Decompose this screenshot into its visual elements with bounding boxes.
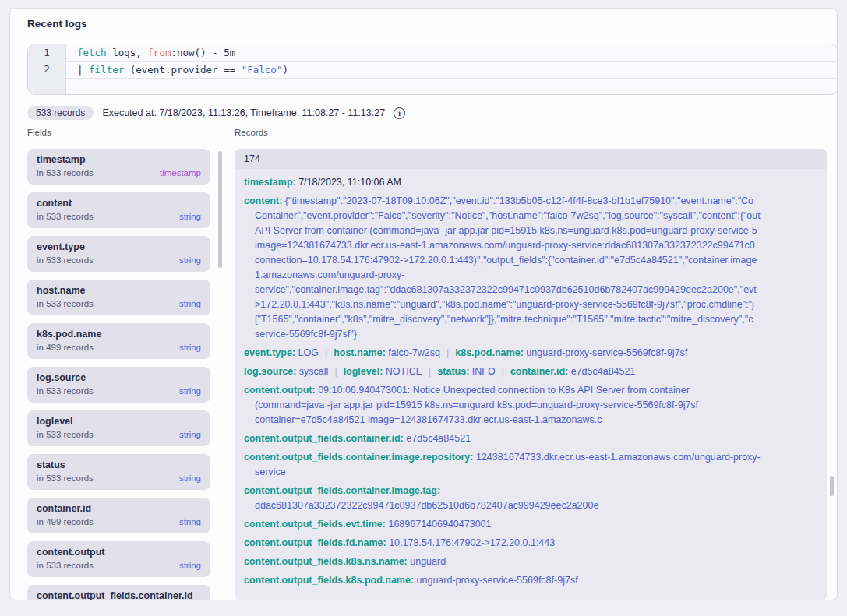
- record-value: syscall: [299, 366, 329, 377]
- record-key: content.output:: [244, 385, 316, 396]
- field-record-count: in 533 records: [37, 430, 94, 439]
- record-value: ["T1565","container","k8s","mitre_discov…: [255, 314, 753, 325]
- record-line: service-5569fc8f-9j7sf"}: [244, 327, 817, 342]
- record-value: {"timestamp":"2023-07-18T09:10:06Z","eve…: [285, 195, 753, 206]
- query-token: from: [147, 47, 171, 58]
- query-line[interactable]: | filter (event.provider == "Falco"): [66, 62, 838, 79]
- field-name: timestamp: [37, 154, 201, 165]
- record-line: content.output: 09:10:06.940473001: Noti…: [244, 383, 817, 398]
- record-key: content.output_fields.k8s.pod.name:: [244, 575, 414, 586]
- record-value: connection=10.178.54.176:47902->172.20.0…: [255, 255, 757, 266]
- field-card-content.output[interactable]: content.outputin 533 recordsstring: [27, 541, 210, 577]
- record-line: ddac681307a332372322c99471c0937db62510d6…: [244, 498, 817, 513]
- record-key: content:: [244, 195, 282, 206]
- field-card-log.source[interactable]: log.sourcein 533 recordsstring: [27, 367, 210, 403]
- record-key: container.id:: [510, 366, 568, 377]
- record-line: >172.20.0.1:443","k8s.ns.name":"unguard"…: [244, 297, 817, 312]
- record-line: service: [244, 465, 817, 480]
- record-value: 09:10:06.940473001: Notice Unexpected co…: [318, 385, 690, 396]
- query-token: |: [77, 64, 89, 76]
- record-value: 1.amazonaws.com/unguard-proxy-: [255, 269, 404, 280]
- record-line: ["T1565","container","k8s","mitre_discov…: [244, 312, 817, 327]
- record-line: content.output_fields.evt.time: 16896714…: [244, 517, 817, 532]
- record-value: ddac681307a332372322c99471c0937db62510d6…: [255, 500, 598, 511]
- field-record-count: in 533 records: [37, 212, 94, 221]
- field-card-status[interactable]: statusin 533 recordsstring: [27, 454, 210, 490]
- records-label: Records: [235, 128, 268, 137]
- field-type-badge: string: [179, 299, 201, 308]
- field-meta: in 499 recordsstring: [37, 343, 201, 352]
- notebook-card: Recent logs 12 fetch logs, from:now() - …: [9, 8, 838, 600]
- record-line: event.type: LOG|host.name: falco-7w2sq|k…: [244, 346, 817, 361]
- field-record-count: in 499 records: [37, 343, 94, 352]
- record-value: e7d5c4a84521: [571, 366, 636, 377]
- record-value: INFO: [472, 366, 496, 377]
- query-token: :now() - 5m: [171, 47, 235, 58]
- field-meta: in 533 recordsstring: [37, 212, 201, 221]
- fields-scrollbar[interactable]: [218, 151, 222, 268]
- field-record-count: in 533 records: [37, 255, 94, 265]
- field-meta: in 533 recordsstring: [37, 386, 201, 396]
- record-value: e7d5c4a84521: [406, 433, 471, 444]
- field-card-container.id[interactable]: container.idin 499 recordsstring: [27, 498, 210, 533]
- field-type-badge: string: [179, 430, 201, 439]
- field-record-count: in 533 records: [37, 561, 94, 570]
- record-row: content.output: 09:10:06.940473001: Noti…: [244, 383, 817, 428]
- record-value: service-5569fc8f-9j7sf"}: [255, 329, 357, 340]
- record-line: 1.amazonaws.com/unguard-proxy-: [244, 268, 817, 283]
- field-type-badge: string: [179, 517, 201, 526]
- query-line[interactable]: fetch logs, from:now() - 5m: [66, 44, 838, 62]
- record-line: container=e7d5c4a84521 image=12438167473…: [244, 413, 817, 428]
- record-row: content.output_fields.container.image.ta…: [244, 484, 817, 513]
- field-meta: in 533 recordsstring: [37, 299, 201, 308]
- record-value: container=e7d5c4a84521 image=12438167473…: [255, 414, 602, 425]
- record-key: content.output_fields.container.id:: [244, 433, 404, 444]
- record-key: content.output_fields.container.image.re…: [244, 452, 473, 463]
- pair-separator: |: [429, 366, 431, 377]
- field-meta: in 533 recordstimestamp: [37, 168, 201, 178]
- field-card-content.output_fields.container.id[interactable]: content.output_fields.container.id: [27, 585, 210, 600]
- record-line: content: {"timestamp":"2023-07-18T09:10:…: [244, 194, 817, 209]
- field-name: status: [37, 459, 201, 470]
- record-value: 124381674733.dkr.ecr.us-east-1.amazonaws…: [476, 452, 761, 463]
- field-meta: in 533 recordsstring: [37, 561, 201, 570]
- record-value: unguard-proxy-service-5569fc8f-9j7sf: [526, 347, 687, 358]
- record-row: content: {"timestamp":"2023-07-18T09:10:…: [244, 194, 817, 342]
- record-header[interactable]: 174: [235, 149, 827, 169]
- record-value: 7/18/2023, 11:10:06 AM: [298, 177, 401, 188]
- info-icon[interactable]: i: [394, 107, 405, 119]
- record-value: service","container.image.tag":"ddac6813…: [255, 284, 757, 295]
- record-line: API Server from container (command=java …: [244, 224, 817, 238]
- field-meta: in 533 recordsstring: [37, 255, 201, 265]
- field-card-event.type[interactable]: event.typein 533 recordsstring: [27, 236, 210, 272]
- field-card-k8s.pod.name[interactable]: k8s.pod.namein 499 recordsstring: [27, 323, 210, 359]
- records-scrollbar[interactable]: [830, 476, 834, 496]
- line-number: 2: [28, 61, 65, 77]
- field-card-timestamp[interactable]: timestampin 533 recordstimestamp: [27, 149, 210, 185]
- record-row: content.output_fields.k8s.pod.name: ungu…: [244, 573, 817, 588]
- pair-separator: |: [334, 366, 337, 377]
- record-key: content.output_fields.fd.name:: [244, 537, 386, 548]
- query-editor-code[interactable]: fetch logs, from:now() - 5m| filter (eve…: [66, 44, 838, 94]
- field-type-badge: string: [179, 343, 201, 352]
- record-line: connection=10.178.54.176:47902->172.20.0…: [244, 253, 817, 268]
- page-title: Recent logs: [27, 18, 87, 30]
- fields-list: timestampin 533 recordstimestampcontenti…: [27, 149, 210, 600]
- field-card-loglevel[interactable]: loglevelin 533 recordsstring: [27, 410, 210, 446]
- field-card-content[interactable]: contentin 533 recordsstring: [27, 192, 210, 228]
- record-value: API Server from container (command=java …: [255, 225, 757, 236]
- query-token: logs,: [107, 47, 148, 58]
- record-value: service: [255, 466, 286, 477]
- record-value: >172.20.0.1:443","k8s.ns.name":"unguard"…: [255, 299, 754, 310]
- query-editor-gutter: 12: [28, 44, 66, 94]
- pair-separator: |: [446, 347, 449, 358]
- record-row: content.output_fields.evt.time: 16896714…: [244, 517, 817, 532]
- field-name: host.name: [37, 285, 201, 296]
- field-type-badge: string: [179, 386, 201, 396]
- record-line: content.output_fields.container.id: e7d5…: [244, 431, 817, 446]
- record-line: log.source: syscall|loglevel: NOTICE|sta…: [244, 364, 817, 379]
- query-editor[interactable]: 12 fetch logs, from:now() - 5m| filter (…: [27, 44, 838, 95]
- field-record-count: in 533 records: [37, 473, 94, 483]
- field-card-host.name[interactable]: host.namein 533 recordsstring: [27, 280, 210, 315]
- field-record-count: in 533 records: [37, 386, 94, 396]
